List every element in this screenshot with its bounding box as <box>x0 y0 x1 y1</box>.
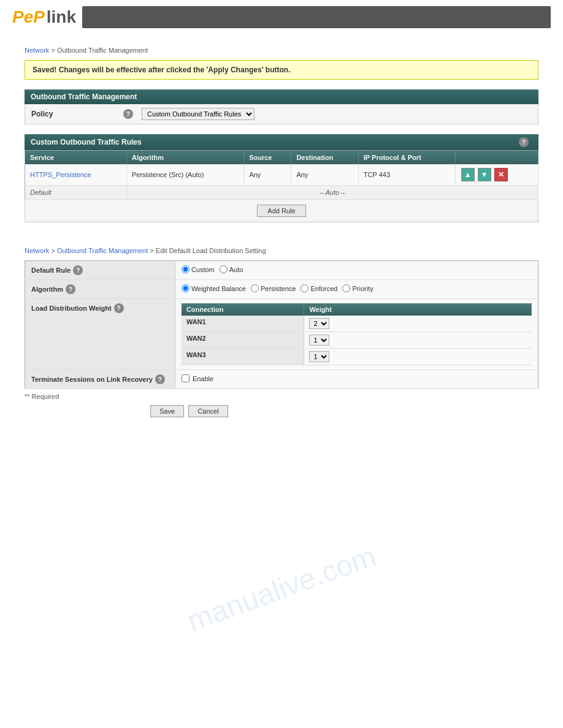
service-link[interactable]: HTTPS_Persistence <box>30 171 91 178</box>
algo-persistence-label[interactable]: Persistence <box>251 284 296 292</box>
default-rule-auto-radio[interactable] <box>220 265 228 273</box>
algorithm-label-cell: Algorithm ? <box>25 280 175 299</box>
otm-header-label: Outbound Traffic Management <box>31 93 137 101</box>
load-dist-label-cell: Load Distribution Weight ? <box>25 299 175 370</box>
default-rule-options-cell: Custom Auto <box>175 261 538 280</box>
breadcrumb-edit: Network > Outbound Traffic Management > … <box>25 247 538 254</box>
otm-section-header: Outbound Traffic Management <box>25 89 538 104</box>
algo-weighted-radio[interactable] <box>182 284 190 292</box>
default-row: Default – Auto – <box>25 186 538 200</box>
logo-pep: PeP <box>12 7 45 27</box>
wan2-weight-select[interactable]: 1 2 3 4 <box>309 335 329 346</box>
wan3-name: WAN3 <box>182 349 304 365</box>
wan2-row: WAN2 1 2 3 4 <box>182 332 532 349</box>
terminate-sessions-options-cell: Enable <box>175 370 538 389</box>
breadcrumb-network-link[interactable]: Network <box>25 47 49 54</box>
delete-button[interactable]: ✕ <box>494 168 508 181</box>
action-buttons: Save Cancel <box>25 405 538 417</box>
otm-box: Outbound Traffic Management Policy ? Cus… <box>25 89 538 124</box>
th-actions <box>455 151 538 165</box>
algo-priority-radio[interactable] <box>342 284 350 292</box>
default-rule-label-cell: Default Rule ? <box>25 261 175 280</box>
required-note: ** Required <box>25 393 538 400</box>
rules-section-header: Custom Outbound Traffic Rules ? <box>25 134 538 150</box>
logo-link: link <box>47 7 76 27</box>
add-rule-button[interactable]: Add Rule <box>257 205 305 217</box>
move-up-button[interactable]: ▲ <box>461 168 475 181</box>
algo-enforced-label[interactable]: Enforced <box>301 284 337 292</box>
enable-checkbox-label[interactable]: Enable <box>182 374 532 382</box>
algorithm-radio-group: Weighted Balance Persistence Enforced Pr… <box>182 284 532 292</box>
load-dist-help-icon[interactable]: ? <box>114 303 124 313</box>
section-otm: Network > Outbound Traffic Management Sa… <box>25 47 538 222</box>
enable-checkbox[interactable] <box>182 374 190 382</box>
th-algorithm: Algorithm <box>126 151 243 165</box>
th-weight: Weight <box>304 303 532 316</box>
header-bar <box>82 6 551 28</box>
rules-table-header-row: Service Algorithm Source Destination IP … <box>25 151 538 165</box>
weight-header-row: Connection Weight <box>182 303 532 316</box>
load-dist-row: Load Distribution Weight ? Connection We… <box>25 299 538 370</box>
custom-rules-box: Custom Outbound Traffic Rules ? Service … <box>25 134 538 222</box>
algo-weighted-label[interactable]: Weighted Balance <box>182 284 246 292</box>
load-dist-label: Load Distribution Weight <box>31 305 112 312</box>
th-source: Source <box>244 151 291 165</box>
td-default-value: – Auto – <box>126 186 538 200</box>
save-button[interactable]: Save <box>150 405 184 417</box>
th-connection: Connection <box>182 303 304 316</box>
wan1-weight-select[interactable]: 2 1 3 4 <box>309 318 329 329</box>
alert-saved: Saved! Changes will be effective after c… <box>25 60 538 80</box>
cancel-button[interactable]: Cancel <box>188 405 228 417</box>
page-header: PeP · link <box>0 0 563 34</box>
breadcrumb-otm: Network > Outbound Traffic Management <box>25 47 538 54</box>
td-destination: Any <box>291 164 358 186</box>
add-rule-row: Add Rule <box>25 200 538 222</box>
algorithm-row: Algorithm ? Weighted Balance Persistence <box>25 280 538 299</box>
default-rule-radio-group: Custom Auto <box>182 265 532 273</box>
th-destination: Destination <box>291 151 358 165</box>
default-rule-auto-label[interactable]: Auto <box>220 265 243 273</box>
move-down-button[interactable]: ▼ <box>478 168 491 181</box>
wan1-name: WAN1 <box>182 316 304 332</box>
breadcrumb2-otm-link[interactable]: Outbound Traffic Management <box>57 247 148 254</box>
default-rule-custom-radio[interactable] <box>182 265 190 273</box>
default-rule-help-icon[interactable]: ? <box>73 265 83 275</box>
algorithm-options-cell: Weighted Balance Persistence Enforced Pr… <box>175 280 538 299</box>
edit-form-table: Default Rule ? Custom Auto <box>25 260 538 389</box>
td-service: HTTPS_Persistence <box>25 164 127 186</box>
main-content: Network > Outbound Traffic Management Sa… <box>0 34 563 430</box>
policy-label-cell: Policy ? <box>31 109 137 119</box>
td-actions: ▲ ▼ ✕ <box>455 164 538 186</box>
algo-priority-label[interactable]: Priority <box>342 284 373 292</box>
td-default-label: Default <box>25 186 127 200</box>
algo-enforced-radio[interactable] <box>301 284 308 292</box>
table-row: HTTPS_Persistence Persistence (Src) (Aut… <box>25 164 538 186</box>
rules-help-icon[interactable]: ? <box>519 137 529 147</box>
terminate-sessions-label-cell: Terminate Sessions on Link Recovery ? <box>25 370 175 389</box>
policy-help-icon[interactable]: ? <box>123 109 133 119</box>
td-ip-protocol: TCP 443 <box>358 164 455 186</box>
wan2-name: WAN2 <box>182 332 304 349</box>
td-algorithm: Persistence (Src) (Auto) <box>126 164 243 186</box>
default-rule-label: Default Rule <box>31 267 71 274</box>
breadcrumb-sep1: > <box>49 47 57 54</box>
policy-select[interactable]: Custom Outbound Traffic Rules Auto Prior… <box>142 108 255 120</box>
algo-persistence-radio[interactable] <box>251 284 259 292</box>
rules-table: Service Algorithm Source Destination IP … <box>25 150 538 200</box>
terminate-sessions-row: Terminate Sessions on Link Recovery ? En… <box>25 370 538 389</box>
breadcrumb2-sep1: > <box>49 247 57 254</box>
rules-header-label: Custom Outbound Traffic Rules <box>31 138 142 146</box>
algorithm-label: Algorithm <box>31 286 63 293</box>
wan2-weight-cell: 1 2 3 4 <box>304 332 532 349</box>
logo: PeP · link <box>12 7 76 27</box>
wan3-weight-select[interactable]: 1 2 3 4 <box>309 351 329 362</box>
default-rule-custom-label[interactable]: Custom <box>182 265 215 273</box>
td-source: Any <box>244 164 291 186</box>
load-dist-table-cell: Connection Weight WAN1 2 <box>175 299 538 370</box>
weight-table: Connection Weight WAN1 2 <box>182 303 532 365</box>
wan3-weight-cell: 1 2 3 4 <box>304 349 532 365</box>
terminate-sessions-help-icon[interactable]: ? <box>155 374 165 384</box>
section-edit-default: Network > Outbound Traffic Management > … <box>25 247 538 417</box>
algorithm-help-icon[interactable]: ? <box>66 284 75 294</box>
breadcrumb2-network-link[interactable]: Network <box>25 247 49 254</box>
